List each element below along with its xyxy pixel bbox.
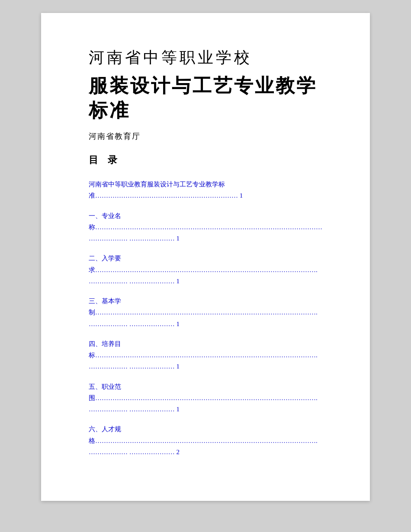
toc-item-4-line2: 标………………………………………………………………………………………….	[89, 349, 331, 361]
toc-item-3-line1[interactable]: 三、基本学	[89, 295, 331, 307]
toc-item-1-line2: 称……………………………………………………………………………………………	[89, 221, 331, 233]
toc-item-5-line2: 围………………………………………………………………………………………….	[89, 392, 331, 404]
toc-item-6-line2: 格………………………………………………………………………………………….	[89, 435, 331, 446]
toc-item-4-line3: ……………… ………………… 1	[89, 361, 331, 372]
toc-item-2: 二、入学要 求…………………………………………………………………………………………	[89, 253, 331, 287]
toc-item-4: 四、培养目 标…………………………………………………………………………………………	[89, 338, 331, 372]
toc-item-3-line2: 制………………………………………………………………………………………….	[89, 307, 331, 318]
toc-item-6-line1[interactable]: 六、人才规	[89, 423, 331, 435]
toc-item-6: 六、人才规 格…………………………………………………………………………………………	[89, 423, 331, 458]
toc-item-3: 三、基本学 制…………………………………………………………………………………………	[89, 295, 331, 330]
toc-item-1-line3: ……………… ………………… 1	[89, 233, 331, 244]
toc-item-4-line1[interactable]: 四、培养目	[89, 338, 331, 349]
toc-item-intro-dots: 准………………………………………………………… 1	[89, 190, 331, 201]
toc-item-5-line3: ……………… ………………… 1	[89, 404, 331, 415]
main-title-line2: 服装设计与工艺专业教学标准	[89, 73, 331, 122]
document-page: 河南省中等职业学校 服装设计与工艺专业教学标准 河南省教育厅 目 录 河南省中等…	[41, 13, 370, 501]
toc-item-1: 一、专业名 称…………………………………………………………………………………………	[89, 210, 331, 244]
publisher-label: 河南省教育厅	[89, 131, 331, 141]
toc-item-5-line1[interactable]: 五、职业范	[89, 381, 331, 392]
toc-item-intro-text[interactable]: 河南省中等职业教育服装设计与工艺专业教学标	[89, 179, 331, 190]
toc-item-2-line1[interactable]: 二、入学要	[89, 253, 331, 264]
toc-item-5: 五、职业范 围…………………………………………………………………………………………	[89, 381, 331, 415]
toc-item-intro: 河南省中等职业教育服装设计与工艺专业教学标 准………………………………………………	[89, 179, 331, 202]
toc-item-3-line3: ……………… ………………… 1	[89, 318, 331, 330]
toc-item-2-line3: ……………… ………………… 1	[89, 276, 331, 287]
main-title-line1: 河南省中等职业学校	[89, 48, 331, 68]
toc-item-1-line1[interactable]: 一、专业名	[89, 210, 331, 221]
toc-heading: 目 录	[89, 154, 331, 167]
toc-item-2-line2: 求………………………………………………………………………………………….	[89, 264, 331, 276]
toc-item-6-line3: ……………… ………………… 2	[89, 446, 331, 458]
